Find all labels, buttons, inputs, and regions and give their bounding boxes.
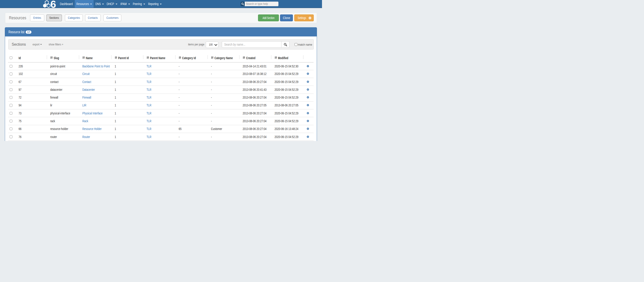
svg-text:6: 6: [50, 0, 56, 8]
